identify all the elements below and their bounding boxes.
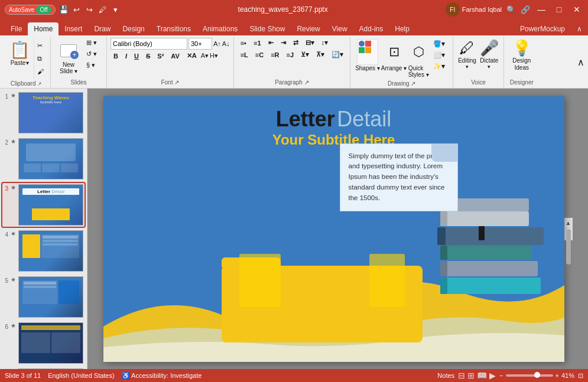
redo-icon[interactable]: ↪ xyxy=(85,5,95,14)
maximize-button[interactable]: □ xyxy=(553,3,566,16)
undo-icon[interactable]: ↩ xyxy=(72,5,82,14)
zoom-out-button[interactable]: − xyxy=(499,372,503,379)
align-center-button[interactable]: ≡C xyxy=(252,50,267,60)
copy-button[interactable]: ⧉ xyxy=(35,54,46,63)
zoom-slider[interactable] xyxy=(506,374,553,377)
reading-view-icon[interactable]: 📖 xyxy=(477,371,487,380)
shadow-button[interactable]: S² xyxy=(154,51,167,61)
scroll-up-arrow[interactable]: ▲ xyxy=(564,218,573,228)
slide-item-3[interactable]: 3 ★ Letter Detail xyxy=(2,183,85,227)
layout-button[interactable]: ⊞ ▾ xyxy=(84,38,103,48)
slide-item-5[interactable]: 5 ★ xyxy=(2,275,85,319)
line-spacing-button[interactable]: ↕▾ xyxy=(319,38,332,48)
arrange-button[interactable]: ⊡ Arrange ▾ xyxy=(381,39,407,71)
notes-button[interactable]: Notes xyxy=(437,372,454,379)
designer-label: Designer xyxy=(510,79,534,87)
minimize-button[interactable]: — xyxy=(535,3,548,16)
reset-button[interactable]: ↺ ▾ xyxy=(84,49,103,59)
font-decrease[interactable]: A↓ xyxy=(222,40,230,47)
tab-addins[interactable]: Add-ins xyxy=(353,22,389,35)
ribbon-collapse-btn[interactable]: ∧ xyxy=(576,37,586,88)
tab-design[interactable]: Design xyxy=(116,22,150,35)
customize-icon[interactable]: 🖊 xyxy=(98,5,108,14)
tab-file[interactable]: File xyxy=(5,22,28,35)
dictate-button[interactable]: 🎤 Dictate ▾ xyxy=(479,38,500,71)
font-increase[interactable]: A↑ xyxy=(213,40,221,47)
circle-shape xyxy=(359,41,365,47)
italic-button[interactable]: I xyxy=(122,51,130,61)
align-right-button[interactable]: ≡R xyxy=(268,50,282,60)
justify-button[interactable]: ≡J xyxy=(284,50,297,60)
columns-button[interactable]: ⊟▾ xyxy=(303,38,317,48)
slide-number-5: 5 xyxy=(4,276,8,284)
zoom-in-button[interactable]: + xyxy=(555,372,559,379)
slide-item-7[interactable]: 7 ★ Teaching xyxy=(2,367,85,369)
section-button[interactable]: § ▾ xyxy=(84,60,103,70)
user-area: FI Farshad Iqbal xyxy=(446,2,502,17)
font-name-input[interactable] xyxy=(111,38,187,50)
slide-number-6: 6 xyxy=(4,322,8,330)
slide-item-1[interactable]: 1 ★ Teaching Waves Subtitle here xyxy=(2,91,85,135)
shapes-button[interactable]: Shapes ▾ xyxy=(355,39,380,71)
bold-button[interactable]: B xyxy=(111,51,121,61)
search-icon[interactable]: 🔍 xyxy=(506,5,516,14)
slide-item-2[interactable]: 2 ★ xyxy=(2,137,85,181)
tab-help[interactable]: Help xyxy=(389,22,415,35)
arrange-icon: ⊡ xyxy=(384,39,405,65)
tab-slideshow[interactable]: Slide Show xyxy=(243,22,291,35)
clear-format-button[interactable]: ✕A xyxy=(184,51,200,61)
font-size-input[interactable] xyxy=(189,38,212,50)
slide-canvas[interactable]: Letter Detail Your Subtitle Here xyxy=(103,96,564,362)
fit-slide-button[interactable]: ⊡ xyxy=(578,372,583,380)
slide-sorter-icon[interactable]: ⊞ xyxy=(467,371,475,380)
underline-button[interactable]: U xyxy=(131,51,142,61)
zoom-thumb[interactable] xyxy=(534,372,540,378)
tab-powermockup[interactable]: PowerMockup xyxy=(514,22,571,35)
tab-animations[interactable]: Animations xyxy=(197,22,243,35)
presenter-view-icon[interactable]: ▶ xyxy=(489,371,496,380)
new-slide-button[interactable]: + NewSlide ▾ xyxy=(54,38,83,77)
numbering-button[interactable]: ≡1 xyxy=(251,38,264,48)
cut-button[interactable]: ✂ xyxy=(35,41,46,50)
ribbon-collapse[interactable]: ∧ xyxy=(571,22,588,35)
rtl-button[interactable]: ⇄ xyxy=(290,38,301,48)
align-left-button[interactable]: ≡L xyxy=(238,50,251,60)
shapes-grid xyxy=(357,39,378,65)
autosave-badge[interactable]: AutoSave Off xyxy=(5,5,56,15)
close-button[interactable]: ✕ xyxy=(570,3,583,16)
tab-transitions[interactable]: Transitions xyxy=(151,22,197,35)
fill-buttons: 🪣▾ ⬜▾ ✨▾ xyxy=(430,39,448,71)
indent-less-button[interactable]: ⇤ xyxy=(265,38,277,48)
slide-thumb-6 xyxy=(18,322,83,364)
indent-more-button[interactable]: ⇥ xyxy=(278,38,289,48)
share-icon[interactable]: 🔗 xyxy=(521,5,530,14)
slide-item-6[interactable]: 6 ★ xyxy=(2,321,85,365)
scroll-thumb[interactable] xyxy=(566,229,571,265)
strikethrough-button[interactable]: S xyxy=(143,51,153,61)
editing-button[interactable]: 🖊 Editing ▾ xyxy=(457,38,477,71)
autosave-toggle[interactable]: Off xyxy=(36,6,51,14)
overflow-icon[interactable]: ▾ xyxy=(111,5,121,14)
tab-review[interactable]: Review xyxy=(291,22,326,35)
shape-effects-button[interactable]: ✨▾ xyxy=(430,61,448,71)
bullets-button[interactable]: ≡• xyxy=(238,38,249,48)
char-spacing-button[interactable]: AV xyxy=(168,51,182,61)
tab-view[interactable]: View xyxy=(326,22,353,35)
smartart-button[interactable]: 🔄▾ xyxy=(329,50,346,60)
design-ideas-button[interactable]: 💡 DesignIdeas xyxy=(511,38,532,73)
shape-outline-button[interactable]: ⬜▾ xyxy=(430,50,448,60)
quick-styles-button[interactable]: ⬡ QuickStyles ▾ xyxy=(408,39,429,78)
text-direction-button[interactable]: ⊻▾ xyxy=(298,50,312,60)
username: Farshad Iqbal xyxy=(462,6,502,13)
align-text-button[interactable]: ⊼▾ xyxy=(313,50,327,60)
tab-home[interactable]: Home xyxy=(28,22,59,35)
tab-insert[interactable]: Insert xyxy=(59,22,88,35)
format-painter-button[interactable]: 🖌 xyxy=(35,67,46,76)
accessibility[interactable]: ♿ Accessibility: Investigate xyxy=(122,372,202,380)
tab-draw[interactable]: Draw xyxy=(88,22,116,35)
shape-fill-button[interactable]: 🪣▾ xyxy=(430,39,448,49)
paste-button[interactable]: 📋 Paste ▾ xyxy=(6,38,34,79)
slide-item-4[interactable]: 4 ★ xyxy=(2,229,85,273)
normal-view-icon[interactable]: ⊟ xyxy=(458,371,465,380)
save-icon[interactable]: 💾 xyxy=(59,5,69,14)
